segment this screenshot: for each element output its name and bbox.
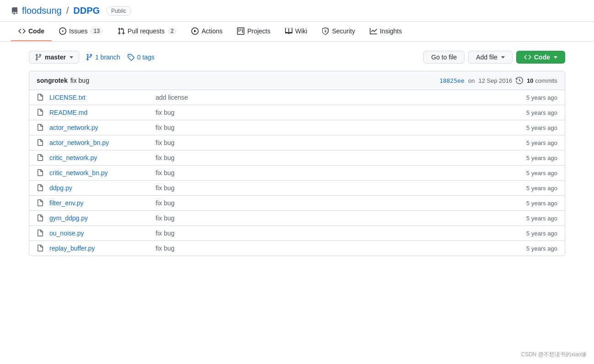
commit-header: songrotek fix bug 18825ee on 12 Sep 2016… (29, 71, 565, 90)
top-bar: floodsung / DDPG Public (0, 0, 594, 22)
history-icon (516, 77, 523, 84)
file-icon (37, 184, 44, 192)
tab-actions[interactable]: Actions (184, 22, 230, 41)
add-file-label: Add file (476, 54, 497, 61)
commits-label: commits (535, 77, 557, 84)
wiki-icon (285, 27, 292, 35)
file-name[interactable]: README.md (49, 109, 150, 116)
repo-owner[interactable]: floodsung (22, 5, 62, 16)
commit-hash[interactable]: 18825ee (439, 77, 464, 84)
pr-icon (118, 27, 125, 35)
file-commit-msg: fix bug (156, 214, 521, 222)
file-icon (37, 109, 44, 116)
add-file-button[interactable]: Add file (468, 51, 513, 64)
file-icon (37, 124, 44, 131)
code-chevron-icon (554, 56, 557, 59)
tab-actions-label: Actions (201, 27, 222, 35)
pr-badge: 2 (167, 27, 177, 35)
commit-message: fix bug (70, 77, 89, 84)
commits-link[interactable]: 10 commits (527, 77, 557, 84)
branch-count-icon (86, 54, 93, 61)
tab-pull-requests[interactable]: Pull requests 2 (110, 22, 184, 41)
projects-icon (237, 27, 244, 35)
file-name[interactable]: gym_ddpg.py (49, 214, 150, 222)
file-name[interactable]: ddpg.py (49, 184, 150, 192)
code-download-icon (524, 54, 531, 61)
go-to-file-button[interactable]: Go to file (423, 51, 464, 64)
add-file-chevron-icon (501, 56, 505, 59)
file-name[interactable]: ou_noise.py (49, 230, 150, 237)
issues-icon (59, 27, 66, 35)
issues-badge: 13 (90, 27, 103, 35)
tab-security[interactable]: Security (314, 22, 362, 41)
tab-code-label: Code (28, 27, 44, 35)
branch-selector[interactable]: master (29, 51, 79, 64)
file-time: 5 years ago (526, 109, 557, 116)
commit-on-text: on (468, 77, 475, 84)
repo-toolbar: master 1 branch 0 tags Go to file Add (29, 51, 565, 64)
table-row: filter_env.py fix bug 5 years ago (29, 196, 565, 211)
file-time: 5 years ago (526, 155, 557, 161)
file-name[interactable]: replay_buffer.py (49, 245, 150, 252)
file-rows-container: LICENSE.txt add license 5 years ago READ… (29, 90, 565, 256)
code-button[interactable]: Code (516, 51, 565, 64)
table-row: LICENSE.txt add license 5 years ago (29, 90, 565, 105)
table-row: ou_noise.py fix bug 5 years ago (29, 226, 565, 241)
file-name[interactable]: critic_network.py (49, 154, 150, 161)
table-row: actor_network_bn.py fix bug 5 years ago (29, 135, 565, 150)
file-name[interactable]: filter_env.py (49, 199, 150, 207)
code-icon (18, 27, 26, 35)
tags-link[interactable]: 0 tags (127, 54, 154, 61)
chevron-down-icon (70, 56, 73, 59)
branch-info: 1 branch 0 tags (86, 54, 155, 61)
file-name[interactable]: actor_network_bn.py (49, 139, 150, 146)
file-commit-msg: fix bug (156, 199, 521, 207)
commit-date: 12 Sep 2016 (478, 77, 512, 84)
table-row: README.md fix bug 5 years ago (29, 105, 565, 120)
file-icon (37, 94, 44, 101)
tab-security-label: Security (332, 27, 355, 35)
branch-count: 1 branch (95, 54, 120, 61)
tab-insights[interactable]: Insights (362, 22, 409, 41)
file-icon (37, 154, 44, 161)
repo-name[interactable]: DDPG (73, 5, 100, 16)
branches-link[interactable]: 1 branch (86, 54, 120, 61)
tab-issues[interactable]: Issues 13 (52, 22, 110, 41)
file-icon (37, 245, 44, 252)
tab-projects-label: Projects (247, 27, 270, 35)
file-commit-msg: fix bug (156, 154, 521, 161)
code-button-label: Code (534, 54, 550, 61)
tab-wiki[interactable]: Wiki (278, 22, 314, 41)
file-icon (37, 169, 44, 177)
file-icon (37, 139, 44, 146)
tab-wiki-label: Wiki (295, 27, 307, 35)
file-time: 5 years ago (526, 215, 557, 222)
file-commit-msg: add license (156, 94, 521, 101)
file-commit-msg: fix bug (156, 169, 521, 177)
file-name[interactable]: LICENSE.txt (49, 94, 150, 101)
branch-icon (35, 54, 42, 61)
visibility-badge: Public (106, 6, 131, 16)
actions-icon (191, 27, 199, 35)
file-time: 5 years ago (526, 245, 557, 252)
file-commit-msg: fix bug (156, 124, 521, 131)
file-time: 5 years ago (526, 185, 557, 192)
tab-projects[interactable]: Projects (230, 22, 278, 41)
table-row: actor_network.py fix bug 5 years ago (29, 120, 565, 135)
file-time: 5 years ago (526, 200, 557, 207)
commit-author[interactable]: songrotek (37, 77, 68, 84)
security-icon (322, 27, 329, 35)
file-commit-msg: fix bug (156, 230, 521, 237)
file-name[interactable]: actor_network.py (49, 124, 150, 131)
table-row: ddpg.py fix bug 5 years ago (29, 181, 565, 196)
file-icon (37, 214, 44, 222)
file-name[interactable]: critic_network_bn.py (49, 169, 150, 177)
file-commit-msg: fix bug (156, 109, 521, 116)
file-icon (37, 230, 44, 237)
tab-code[interactable]: Code (11, 22, 52, 41)
repo-slash: / (66, 5, 69, 16)
file-table: songrotek fix bug 18825ee on 12 Sep 2016… (29, 71, 565, 256)
branch-name: master (45, 54, 66, 61)
file-commit-msg: fix bug (156, 245, 521, 252)
tab-issues-label: Issues (69, 27, 87, 35)
